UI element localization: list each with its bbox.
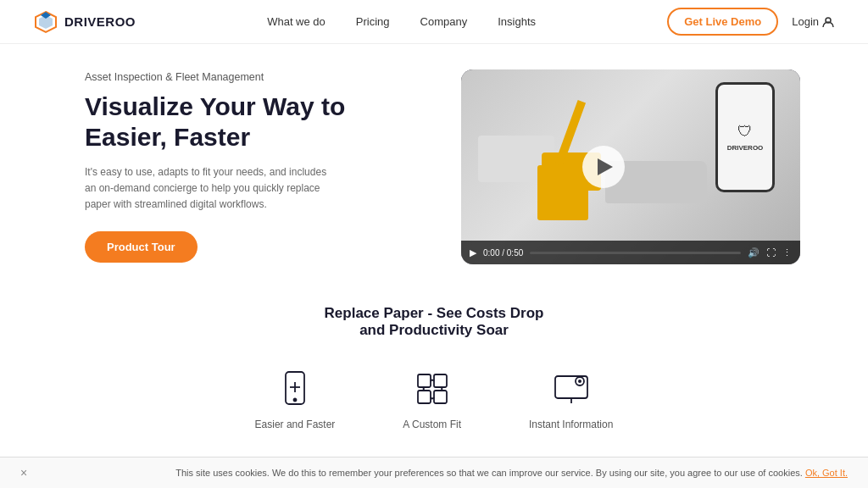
video-thumbnail: 🛡 DRIVEROO (461, 69, 800, 264)
nav-what-we-do[interactable]: What we do (267, 15, 326, 28)
svg-rect-9 (434, 374, 447, 387)
hero-description: It's easy to use, adapts to fit your nee… (85, 164, 339, 214)
feature-custom-fit: A Custom Fit (403, 366, 461, 430)
video-fullscreen-button[interactable]: ⛶ (766, 247, 776, 258)
cookie-banner: × This site uses cookies. We do this to … (0, 457, 868, 488)
forklift-shape (537, 165, 588, 220)
logo-icon (34, 10, 58, 34)
hero-left: Asset Inspection & Fleet Management Visu… (85, 71, 390, 263)
feature-instant-info: Instant Information (529, 366, 613, 430)
video-volume-button[interactable]: 🔊 (748, 247, 760, 258)
navbar: DRIVEROO What we do Pricing Company Insi… (0, 0, 868, 44)
svg-point-7 (293, 399, 296, 402)
play-icon (598, 158, 613, 175)
video-time: 0:00 / 0:50 (483, 248, 523, 258)
section-banner: Replace Paper - See Costs Dropand Produc… (0, 281, 868, 351)
video-controls: ▶ 0:00 / 0:50 🔊 ⛶ ⋮ (461, 241, 800, 264)
login-icon (822, 16, 834, 28)
puzzle-icon (409, 366, 455, 412)
cookie-accept-link[interactable]: Ok, Got It. (805, 468, 848, 478)
video-progress-bar[interactable] (530, 252, 741, 254)
login-button[interactable]: Login (792, 15, 834, 28)
feature-label-0: Easier and Faster (255, 419, 336, 430)
feature-easier-faster: Easier and Faster (255, 366, 336, 430)
monitor-gear-icon (548, 366, 594, 412)
get-live-demo-button[interactable]: Get Live Demo (667, 8, 778, 36)
nav-links: What we do Pricing Company Insights (267, 15, 536, 28)
video-more-button[interactable]: ⋮ (782, 247, 792, 258)
video-play-button[interactable]: ▶ (470, 247, 476, 258)
section-title: Replace Paper - See Costs Dropand Produc… (17, 305, 851, 339)
product-tour-button[interactable]: Product Tour (85, 231, 198, 263)
svg-rect-8 (418, 374, 431, 387)
logo[interactable]: DRIVEROO (34, 10, 136, 34)
nav-company[interactable]: Company (420, 15, 468, 28)
nav-insights[interactable]: Insights (498, 15, 536, 28)
cookie-close-button[interactable]: × (20, 466, 27, 480)
hero-title: Visualize Your Way to Easier, Faster (85, 92, 390, 152)
video-ctrl-right: 🔊 ⛶ ⋮ (748, 247, 792, 258)
feature-label-2: Instant Information (529, 419, 613, 430)
svg-rect-10 (418, 391, 431, 403)
svg-point-16 (578, 380, 581, 383)
play-button[interactable] (582, 146, 625, 188)
svg-rect-12 (555, 376, 587, 398)
phone-mockup: 🛡 DRIVEROO (715, 82, 775, 192)
nav-right: Get Live Demo Login (667, 8, 834, 36)
hero-video[interactable]: 🛡 DRIVEROO ▶ 0:00 / 0:50 🔊 ⛶ ⋮ (461, 69, 800, 264)
phone-plus-icon (272, 366, 318, 412)
hero-subtitle: Asset Inspection & Fleet Management (85, 71, 390, 83)
feature-label-1: A Custom Fit (403, 419, 461, 430)
features-row: Easier and Faster A Custom Fit (0, 351, 868, 430)
cookie-message: This site uses cookies. We do this to re… (175, 468, 848, 478)
svg-rect-11 (434, 391, 447, 403)
logo-text: DRIVEROO (64, 14, 136, 29)
hero-section: Asset Inspection & Fleet Management Visu… (0, 44, 868, 281)
nav-pricing[interactable]: Pricing (356, 15, 390, 28)
